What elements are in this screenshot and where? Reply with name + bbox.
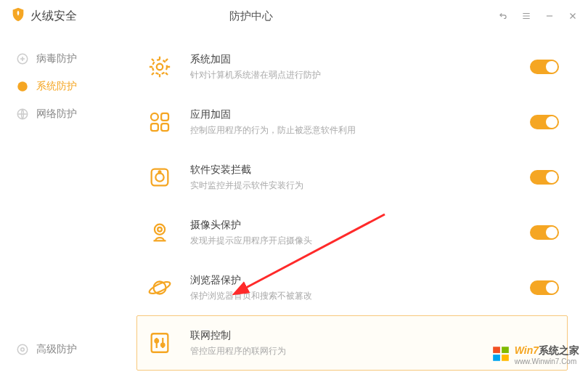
svg-point-3 — [17, 344, 28, 355]
camera-icon — [145, 218, 174, 247]
row-title: 联网控制 — [190, 329, 559, 342]
sidebar-item-virus[interactable]: 病毒防护 — [0, 45, 116, 73]
svg-rect-10 — [161, 124, 168, 131]
svg-point-19 — [155, 339, 158, 343]
svg-point-7 — [151, 113, 158, 121]
svg-rect-24 — [493, 355, 500, 361]
package-icon — [145, 163, 174, 192]
gear-icon — [145, 52, 174, 81]
svg-point-5 — [157, 64, 163, 70]
svg-point-20 — [161, 344, 165, 347]
menu-icon[interactable] — [521, 11, 531, 21]
toggle-switch[interactable] — [530, 170, 559, 185]
toggle-switch[interactable] — [530, 280, 559, 295]
main-panel: 系统加固 针对计算机系统潜在弱点进行防护 应用加固 控制应用程序的行为，防止被恶… — [116, 32, 588, 372]
sliders-icon — [145, 328, 174, 357]
row-title: 系统加固 — [190, 53, 514, 66]
window-controls — [498, 11, 578, 21]
svg-point-1 — [17, 81, 28, 92]
setting-row-install-block: 软件安装拦截 实时监控并提示软件安装行为 — [136, 150, 568, 205]
row-desc: 保护浏览器首页和搜索不被篡改 — [190, 290, 514, 302]
row-title: 应用加固 — [190, 108, 514, 121]
sidebar: 病毒防护 系统防护 网络防护 高级防护 — [0, 32, 116, 372]
back-icon[interactable] — [498, 11, 508, 21]
svg-point-14 — [155, 225, 165, 235]
setting-row-camera: 摄像头保护 发现并提示应用程序开启摄像头 — [136, 205, 568, 260]
sidebar-item-label: 高级防护 — [36, 343, 77, 356]
svg-rect-8 — [161, 113, 168, 121]
planet-icon — [145, 273, 174, 302]
apps-icon — [145, 108, 174, 137]
svg-point-4 — [21, 348, 25, 352]
svg-rect-23 — [502, 347, 509, 353]
page-title: 防护中心 — [4, 9, 498, 23]
toggle-switch[interactable] — [530, 115, 559, 129]
row-title: 浏览器保护 — [190, 274, 514, 287]
shield-circle-icon — [16, 80, 29, 93]
plus-circle-icon — [16, 52, 29, 65]
svg-point-6 — [152, 60, 167, 74]
minimize-icon[interactable] — [544, 11, 555, 21]
windows-logo-icon — [491, 344, 510, 365]
gear-circle-icon — [16, 343, 29, 356]
row-desc: 实时监控并提示软件安装行为 — [190, 179, 514, 192]
row-desc: 发现并提示应用程序开启摄像头 — [190, 235, 514, 247]
row-title: 摄像头保护 — [190, 219, 514, 232]
svg-rect-25 — [502, 355, 509, 361]
row-desc: 针对计算机系统潜在弱点进行防护 — [190, 69, 514, 81]
svg-point-15 — [158, 227, 162, 232]
svg-rect-22 — [493, 347, 500, 353]
setting-row-browser: 浏览器保护 保护浏览器首页和搜索不被篡改 — [136, 260, 568, 315]
titlebar: 火绒安全 防护中心 — [0, 0, 588, 32]
svg-rect-9 — [151, 124, 158, 131]
toggle-switch[interactable] — [530, 225, 559, 240]
sidebar-item-label: 系统防护 — [36, 80, 77, 93]
sidebar-item-label: 网络防护 — [36, 108, 77, 121]
setting-row-system-reinforce: 系统加固 针对计算机系统潜在弱点进行防护 — [136, 39, 568, 94]
sidebar-item-label: 病毒防护 — [36, 52, 77, 65]
close-icon[interactable] — [568, 11, 578, 21]
row-desc: 控制应用程序的行为，防止被恶意软件利用 — [190, 124, 514, 137]
svg-point-12 — [155, 173, 163, 181]
sidebar-item-network[interactable]: 网络防护 — [0, 100, 116, 128]
sidebar-item-system[interactable]: 系统防护 — [0, 73, 116, 100]
svg-point-13 — [159, 171, 161, 174]
toggle-switch[interactable] — [530, 60, 559, 74]
setting-row-app-reinforce: 应用加固 控制应用程序的行为，防止被恶意软件利用 — [136, 94, 568, 150]
row-title: 软件安装拦截 — [190, 163, 514, 177]
sidebar-item-advanced[interactable]: 高级防护 — [0, 336, 116, 363]
watermark: Win7系统之家 www.Winwin7.Com — [491, 344, 579, 366]
globe-icon — [16, 108, 29, 121]
svg-rect-18 — [152, 333, 168, 352]
